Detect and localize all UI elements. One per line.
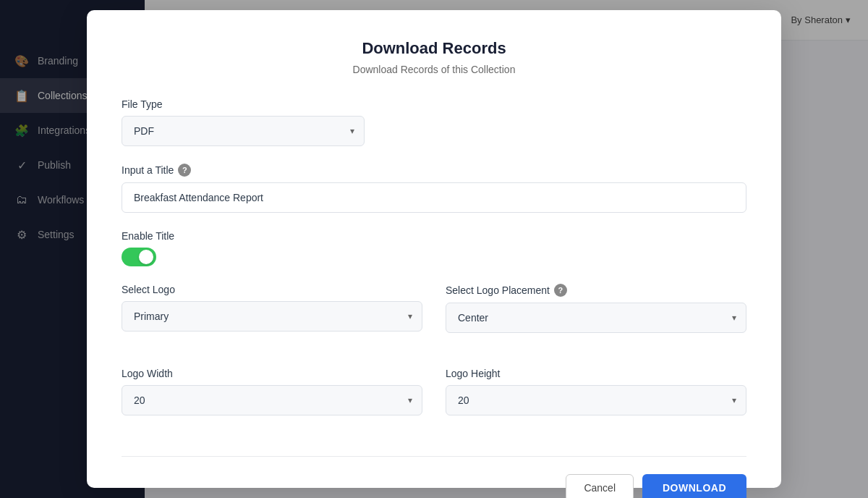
file-type-section: File Type PDF CSV Excel ▾ bbox=[122, 98, 365, 146]
enable-title-label: Enable Title bbox=[122, 230, 746, 242]
select-logo-select[interactable]: Primary Secondary None bbox=[122, 301, 422, 332]
title-input[interactable] bbox=[122, 182, 746, 213]
download-records-modal: Download Records Download Records of thi… bbox=[87, 10, 781, 488]
enable-title-toggle[interactable] bbox=[122, 248, 156, 266]
file-type-select-wrapper: PDF CSV Excel ▾ bbox=[122, 116, 365, 146]
logo-width-section: Logo Width 10 15 20 25 30 ▾ bbox=[122, 368, 422, 415]
logo-height-section: Logo Height 10 15 20 25 30 ▾ bbox=[446, 368, 746, 415]
title-label: Input a Title ? bbox=[122, 164, 746, 177]
modal-title: Download Records bbox=[122, 39, 746, 58]
logo-width-select[interactable]: 10 15 20 25 30 bbox=[122, 385, 422, 415]
logo-width-label: Logo Width bbox=[122, 368, 422, 379]
toggle-track bbox=[122, 248, 156, 266]
modal-subtitle: Download Records of this Collection bbox=[122, 64, 746, 75]
toggle-thumb bbox=[139, 250, 153, 264]
modal-footer: Cancel DOWNLOAD bbox=[122, 474, 746, 498]
logo-height-wrapper: 10 15 20 25 30 ▾ bbox=[446, 385, 746, 415]
title-input-section: Input a Title ? bbox=[122, 164, 746, 213]
select-logo-placement-section: Select Logo Placement ? Center Left Righ… bbox=[446, 284, 746, 333]
title-help-icon[interactable]: ? bbox=[178, 164, 191, 177]
select-logo-placement-label: Select Logo Placement ? bbox=[446, 284, 746, 297]
file-type-select[interactable]: PDF CSV Excel bbox=[122, 116, 365, 146]
logo-width-wrapper: 10 15 20 25 30 ▾ bbox=[122, 385, 422, 415]
select-logo-section: Select Logo Primary Secondary None ▾ bbox=[122, 284, 422, 333]
cancel-button[interactable]: Cancel bbox=[566, 474, 634, 498]
modal-overlay: Download Records Download Records of thi… bbox=[0, 0, 868, 498]
enable-title-toggle-container bbox=[122, 248, 746, 266]
select-logo-placement-select[interactable]: Center Left Right bbox=[446, 303, 746, 333]
select-logo-label: Select Logo bbox=[122, 284, 422, 295]
select-logo-wrapper: Primary Secondary None ▾ bbox=[122, 301, 422, 332]
modal-divider bbox=[122, 456, 746, 457]
select-logo-placement-wrapper: Center Left Right ▾ bbox=[446, 303, 746, 333]
logo-grid: Select Logo Primary Secondary None ▾ Sel… bbox=[122, 284, 746, 433]
logo-height-select[interactable]: 10 15 20 25 30 bbox=[446, 385, 746, 415]
file-type-label: File Type bbox=[122, 98, 365, 110]
enable-title-section: Enable Title bbox=[122, 230, 746, 266]
download-button[interactable]: DOWNLOAD bbox=[642, 474, 746, 498]
logo-height-label: Logo Height bbox=[446, 368, 746, 379]
logo-placement-help-icon[interactable]: ? bbox=[554, 284, 567, 297]
